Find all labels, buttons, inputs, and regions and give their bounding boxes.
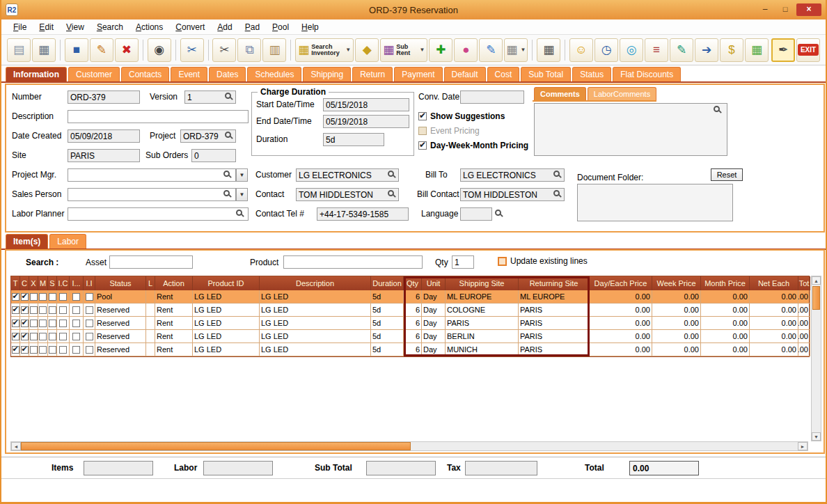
row-check-cell[interactable] — [70, 317, 84, 330]
exit-button[interactable]: EXIT — [796, 38, 820, 62]
wand-button[interactable]: ✒ — [771, 38, 795, 62]
labor-planner-search-icon[interactable] — [236, 210, 242, 216]
row-check-cell[interactable] — [84, 317, 95, 330]
tab-return[interactable]: Return — [352, 67, 393, 81]
search-inventory-dropdown-icon[interactable]: ▼ — [345, 47, 351, 53]
row-check-cell[interactable] — [70, 304, 84, 317]
transfer-button[interactable]: ➔ — [695, 38, 718, 62]
row-checkbox-t[interactable] — [12, 320, 19, 327]
row-check-cell[interactable] — [20, 290, 29, 304]
smiley-button[interactable]: ☺ — [569, 38, 593, 62]
row-check-cell[interactable] — [11, 290, 20, 304]
row-check-cell[interactable] — [20, 317, 29, 330]
row-checkbox-s[interactable] — [49, 306, 56, 314]
minimize-button[interactable]: – — [756, 3, 774, 16]
row-check-cell[interactable] — [48, 304, 57, 317]
show-suggestions-checkbox[interactable] — [418, 112, 427, 120]
tab-customer[interactable]: Customer — [68, 67, 120, 81]
group-button[interactable]: ● — [454, 38, 478, 62]
row-checkbox-x[interactable] — [30, 293, 38, 301]
cut-button[interactable]: ✂ — [212, 38, 236, 62]
row-check-cell[interactable] — [38, 304, 48, 317]
row-checkbox-c[interactable] — [21, 293, 29, 301]
maximize-button[interactable]: □ — [776, 3, 794, 16]
row-check-cell[interactable] — [20, 330, 29, 343]
contact-tel-field[interactable]: +44-17-5349-1585 — [317, 207, 409, 221]
row-check-cell[interactable] — [70, 343, 84, 356]
column-header-description[interactable]: Description — [260, 276, 371, 290]
site-field[interactable]: PARIS — [68, 149, 140, 162]
row-check-cell[interactable] — [29, 330, 38, 343]
scroll-right-icon[interactable]: ► — [798, 442, 808, 450]
row-check-cell[interactable] — [57, 343, 70, 356]
column-header-product-id[interactable]: Product ID — [193, 276, 260, 290]
tab-contacts[interactable]: Contacts — [121, 67, 169, 81]
add-line-button[interactable]: ✚ — [429, 38, 452, 62]
description-field[interactable] — [68, 110, 249, 123]
menu-pool[interactable]: Pool — [266, 21, 295, 33]
row-checkbox-i-i[interactable] — [86, 320, 93, 327]
row-check-cell[interactable] — [20, 304, 29, 317]
version-search-icon[interactable] — [225, 93, 231, 99]
bill-to-search-icon[interactable] — [553, 171, 560, 177]
row-checkbox-i-c[interactable] — [59, 293, 67, 301]
row-checkbox-i[interactable] — [72, 306, 80, 314]
edit-button[interactable]: ✎ — [90, 38, 113, 62]
number-field[interactable]: ORD-379 — [68, 90, 140, 104]
media-button[interactable]: ◎ — [620, 38, 643, 62]
row-check-cell[interactable] — [38, 330, 48, 343]
dwm-pricing-checkbox[interactable] — [418, 141, 427, 150]
table-row[interactable]: ReservedRentLG LEDLG LED5d6DayBERLINPARI… — [11, 330, 809, 343]
books-button[interactable]: ≡ — [645, 38, 668, 62]
pad-button[interactable]: ▦▼ — [504, 38, 528, 62]
row-checkbox-i[interactable] — [72, 293, 80, 301]
tab-dates[interactable]: Dates — [209, 67, 246, 81]
row-check-cell[interactable] — [29, 290, 38, 304]
row-check-cell[interactable] — [57, 290, 70, 304]
column-header-status[interactable]: Status — [95, 276, 146, 290]
delete-button[interactable]: ✖ — [115, 38, 139, 62]
cubes-button[interactable]: ▦ — [745, 38, 769, 62]
row-check-cell[interactable] — [57, 317, 70, 330]
horizontal-scrollbar[interactable]: ◄ ► — [10, 441, 808, 451]
menu-pad[interactable]: Pad — [239, 21, 266, 33]
table-row[interactable]: ReservedRentLG LEDLG LED5d6DayMUNICHPARI… — [11, 343, 809, 356]
row-checkbox-c[interactable] — [21, 346, 29, 354]
pad-dropdown-icon[interactable]: ▼ — [520, 47, 526, 53]
row-check-cell[interactable] — [57, 304, 70, 317]
row-check-cell[interactable] — [29, 304, 38, 317]
column-header-s[interactable]: S — [48, 276, 57, 290]
sub-orders-field[interactable]: 0 — [191, 149, 236, 162]
row-checkbox-m[interactable] — [39, 320, 47, 327]
save-button[interactable]: ■ — [65, 38, 88, 62]
row-checkbox-s[interactable] — [49, 293, 56, 301]
search-inventory-button[interactable]: ▦Search Inventory▼ — [295, 38, 354, 62]
row-check-cell[interactable] — [48, 343, 57, 356]
comments-textarea[interactable] — [534, 103, 727, 156]
sub-rent-dropdown-icon[interactable]: ▼ — [419, 47, 425, 53]
column-header-week-price[interactable]: Week Price — [652, 276, 701, 290]
vertical-scroll-thumb[interactable] — [812, 286, 820, 310]
customer-field[interactable]: LG ELECTRONICS — [296, 168, 399, 182]
table-row[interactable]: PoolRentLG LEDLG LED5d6DayML EUROPEML EU… — [11, 290, 809, 304]
tab-schedules[interactable]: Schedules — [247, 67, 301, 81]
title-bar[interactable]: R2 ORD-379 Reservation – □ × — [1, 0, 826, 19]
cut-sheet-button[interactable]: ✂ — [180, 38, 204, 62]
menu-add[interactable]: Add — [211, 21, 238, 33]
tab-default[interactable]: Default — [444, 67, 486, 81]
column-header-qty[interactable]: Qty — [404, 276, 422, 290]
menu-file[interactable]: File — [7, 21, 33, 33]
money-button[interactable]: $ — [720, 38, 743, 62]
project-search-icon[interactable] — [225, 132, 231, 138]
row-check-cell[interactable] — [11, 317, 20, 330]
column-header-action[interactable]: Action — [155, 276, 193, 290]
project-mgr-field[interactable] — [68, 168, 236, 182]
copy-button[interactable]: ⧉ — [237, 38, 261, 62]
product-input[interactable] — [283, 255, 423, 269]
column-header-tot[interactable]: Tot — [798, 276, 810, 290]
column-header-month-price[interactable]: Month Price — [701, 276, 750, 290]
row-checkbox-x[interactable] — [30, 320, 38, 327]
update-lines-checkbox[interactable] — [498, 257, 507, 266]
menu-convert[interactable]: Convert — [169, 21, 211, 33]
row-check-cell[interactable] — [48, 330, 57, 343]
